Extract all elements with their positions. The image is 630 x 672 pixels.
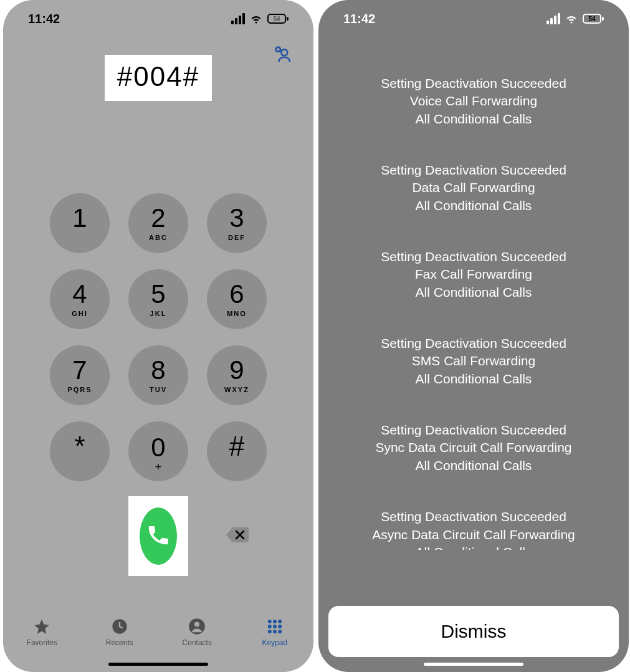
svg-point-6: [273, 620, 277, 623]
message-line: Sync Data Circuit Call Forwarding: [343, 439, 604, 456]
svg-point-13: [278, 630, 282, 633]
message-line: Setting Deactivation Succeeded: [343, 161, 604, 179]
svg-point-11: [268, 630, 272, 633]
message-line: Setting Deactivation Succeeded: [343, 508, 604, 526]
call-button-highlight: [128, 496, 188, 576]
svg-point-0: [281, 49, 287, 55]
svg-point-9: [273, 625, 277, 628]
tab-label: Contacts: [183, 638, 212, 647]
dismiss-button[interactable]: Dismiss: [328, 606, 619, 657]
message-line: Data Call Forwarding: [343, 179, 604, 196]
keypad: 1 2ABC 3DEF 4GHI 5JKL 6MNO 7PQRS 8TUV 9W…: [3, 193, 313, 481]
tab-label: Recents: [106, 638, 133, 647]
keypad-key-9[interactable]: 9WXYZ: [207, 345, 267, 405]
keypad-key-5[interactable]: 5JKL: [128, 269, 188, 329]
number-display-area: #004#: [3, 37, 313, 118]
keypad-dots-icon: [265, 617, 284, 636]
message-line: Fax Call Forwarding: [343, 266, 604, 283]
clock-icon: [110, 617, 129, 636]
ussd-result-screen: 11:42 54 Setting Deactivation Succeeded …: [318, 0, 629, 672]
svg-point-7: [278, 620, 282, 623]
wifi-icon: [250, 12, 262, 26]
keypad-key-1[interactable]: 1: [50, 193, 110, 253]
ussd-message-list: Setting Deactivation Succeeded Voice Cal…: [318, 37, 629, 672]
ussd-message: Setting Deactivation Succeeded Voice Cal…: [343, 75, 604, 128]
battery-icon: 54: [583, 14, 604, 24]
message-line: All Conditional Calls: [343, 457, 604, 474]
ussd-message: Setting Deactivation Succeeded Async Dat…: [343, 508, 604, 550]
keypad-key-4[interactable]: 4GHI: [50, 269, 110, 329]
svg-point-4: [194, 622, 199, 626]
cellular-signal-icon: [231, 13, 245, 24]
message-line: Setting Deactivation Succeeded: [343, 421, 604, 439]
phone-icon: [146, 522, 171, 550]
phone-dialer-screen: 11:42 54 #004# 1 2ABC 3DEF 4GHI 5JKL: [3, 0, 313, 672]
message-line: SMS Call Forwarding: [343, 352, 604, 370]
keypad-key-0[interactable]: 0+: [128, 421, 188, 481]
tab-keypad[interactable]: Keypad: [247, 617, 303, 647]
status-bar: 11:42 54: [318, 0, 629, 37]
status-time: 11:42: [28, 12, 60, 26]
tab-label: Favorites: [27, 638, 57, 647]
message-line: Voice Call Forwarding: [343, 92, 604, 110]
tab-contacts[interactable]: Contacts: [169, 617, 225, 647]
status-time: 11:42: [343, 12, 375, 26]
ussd-message: Setting Deactivation Succeeded Fax Call …: [343, 248, 604, 301]
status-bar: 11:42 54: [3, 0, 313, 37]
keypad-key-star[interactable]: *: [50, 421, 110, 481]
svg-point-10: [278, 625, 282, 628]
svg-point-12: [273, 630, 277, 633]
message-line: Async Data Circuit Call Forwarding: [343, 526, 604, 544]
dialed-number: #004#: [105, 55, 212, 101]
message-line: All Conditional Calls: [343, 544, 604, 550]
keypad-key-2[interactable]: 2ABC: [128, 193, 188, 253]
battery-icon: 54: [267, 14, 289, 24]
cellular-signal-icon: [546, 13, 560, 24]
ussd-message: Setting Deactivation Succeeded SMS Call …: [343, 335, 604, 388]
svg-point-5: [268, 620, 272, 623]
backspace-button[interactable]: [207, 526, 267, 546]
home-indicator[interactable]: [424, 663, 523, 666]
status-indicators: 54: [231, 12, 289, 26]
message-line: All Conditional Calls: [343, 370, 604, 388]
backspace-icon: [225, 526, 249, 546]
message-line: Setting Deactivation Succeeded: [343, 248, 604, 266]
keypad-key-3[interactable]: 3DEF: [207, 193, 267, 253]
call-button[interactable]: [140, 507, 177, 565]
ussd-message: Setting Deactivation Succeeded Data Call…: [343, 161, 604, 214]
tab-recents[interactable]: Recents: [92, 617, 148, 647]
svg-point-8: [268, 625, 272, 628]
message-line: All Conditional Calls: [343, 197, 604, 214]
person-icon: [188, 617, 206, 636]
message-line: Setting Deactivation Succeeded: [343, 335, 604, 352]
add-contact-button[interactable]: [272, 44, 295, 66]
status-indicators: 54: [546, 12, 604, 26]
message-line: All Conditional Calls: [343, 110, 604, 128]
tab-label: Keypad: [262, 638, 287, 647]
ussd-message: Setting Deactivation Succeeded Sync Data…: [343, 421, 604, 474]
message-line: Setting Deactivation Succeeded: [343, 75, 604, 92]
keypad-key-6[interactable]: 6MNO: [207, 269, 267, 329]
message-line: All Conditional Calls: [343, 284, 604, 301]
tab-favorites[interactable]: Favorites: [14, 617, 70, 647]
home-indicator[interactable]: [108, 663, 208, 666]
keypad-key-hash[interactable]: #: [207, 421, 267, 481]
wifi-icon: [565, 12, 578, 26]
star-icon: [32, 617, 51, 636]
keypad-key-7[interactable]: 7PQRS: [50, 345, 110, 405]
keypad-key-8[interactable]: 8TUV: [128, 345, 188, 405]
